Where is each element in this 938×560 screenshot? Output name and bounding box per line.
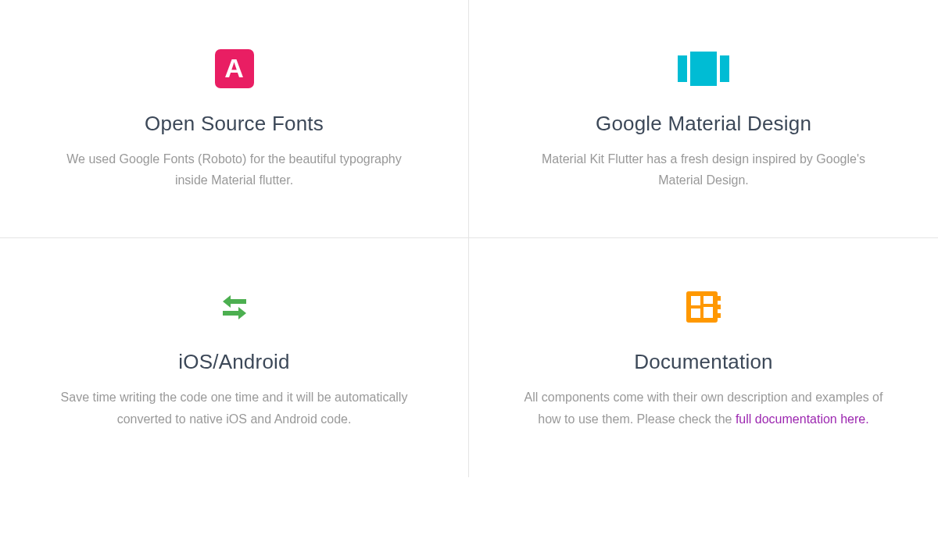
svg-rect-9 — [691, 309, 700, 318]
developer-board-icon — [683, 285, 724, 328]
feature-documentation: Documentation All components come with t… — [469, 238, 938, 476]
carousel-icon — [678, 47, 729, 90]
feature-title: iOS/Android — [178, 350, 289, 374]
compare-arrows-icon — [211, 285, 258, 328]
svg-rect-8 — [691, 296, 700, 305]
feature-description: Material Kit Flutter has a fresh design … — [524, 148, 883, 191]
feature-description: All components come with their own descr… — [524, 387, 883, 429]
feature-description: We used Google Fonts (Roboto) for the be… — [55, 148, 414, 191]
svg-rect-2 — [223, 311, 238, 316]
svg-rect-7 — [718, 313, 721, 318]
svg-marker-1 — [223, 295, 231, 308]
feature-title: Documentation — [634, 350, 772, 374]
feature-title: Google Material Design — [596, 112, 811, 136]
svg-rect-0 — [231, 299, 246, 304]
svg-rect-5 — [718, 296, 721, 301]
svg-rect-11 — [704, 307, 713, 318]
features-grid: A Open Source Fonts We used Google Fonts… — [0, 0, 938, 477]
svg-marker-3 — [238, 307, 246, 319]
svg-rect-10 — [704, 296, 713, 304]
documentation-link[interactable]: full documentation here. — [736, 412, 869, 426]
feature-title: Open Source Fonts — [145, 112, 324, 136]
feature-description: Save time writing the code one time and … — [55, 387, 414, 429]
svg-rect-6 — [718, 305, 721, 309]
feature-ios-android: iOS/Android Save time writing the code o… — [0, 238, 469, 476]
fonts-icon: A — [215, 47, 254, 90]
feature-google-material-design: Google Material Design Material Kit Flut… — [469, 0, 938, 238]
feature-open-source-fonts: A Open Source Fonts We used Google Fonts… — [0, 0, 469, 238]
